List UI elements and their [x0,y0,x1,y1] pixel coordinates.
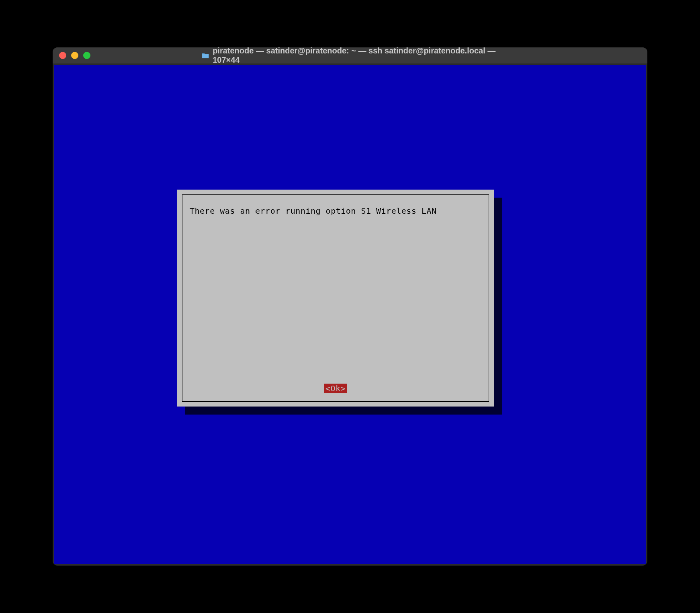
window-title: piratenode — satinder@piratenode: ~ — ss… [213,47,499,65]
traffic-lights [59,52,90,59]
close-window-button[interactable] [59,52,66,59]
dialog-inner: There was an error running option S1 Wir… [182,194,489,402]
terminal-window: piratenode — satinder@piratenode: ~ — ss… [53,47,647,566]
minimize-window-button[interactable] [71,52,78,59]
folder-icon [201,52,209,59]
dialog-message: There was an error running option S1 Wir… [190,206,481,216]
terminal-body: There was an error running option S1 Wir… [54,65,646,564]
maximize-window-button[interactable] [83,52,90,59]
error-dialog: There was an error running option S1 Wir… [177,190,494,407]
window-title-area: piratenode — satinder@piratenode: ~ — ss… [201,47,499,65]
titlebar: piratenode — satinder@piratenode: ~ — ss… [53,47,647,63]
ok-button[interactable]: <Ok> [324,384,347,393]
dialog-button-row: <Ok> [182,384,489,393]
